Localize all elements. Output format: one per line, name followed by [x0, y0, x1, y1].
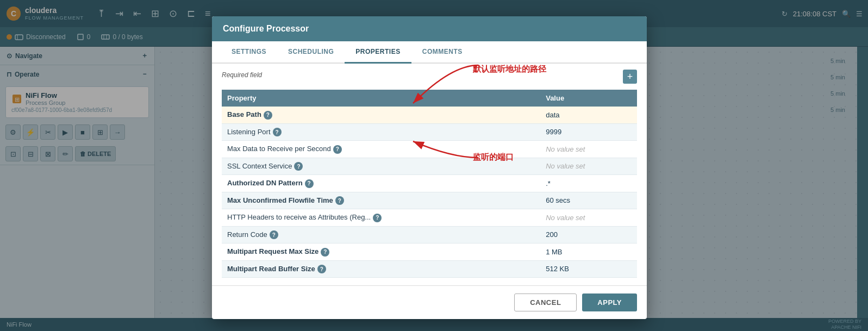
- modal-tabs: SETTINGS SCHEDULING PROPERTIES COMMENTS: [212, 41, 647, 64]
- tab-comments[interactable]: COMMENTS: [411, 41, 473, 64]
- help-icon[interactable]: ?: [317, 265, 326, 273]
- help-icon[interactable]: ?: [270, 230, 278, 239]
- property-name-cell: Listening Port?: [222, 123, 540, 141]
- tab-properties[interactable]: PROPERTIES: [345, 41, 411, 64]
- modal-body: Required field + Property Value Base Pat…: [212, 64, 647, 285]
- help-icon[interactable]: ?: [321, 248, 329, 257]
- table-row[interactable]: Listening Port?9999: [222, 123, 637, 141]
- help-icon[interactable]: ?: [335, 196, 344, 205]
- property-value-cell[interactable]: 512 KB: [540, 260, 637, 278]
- table-row[interactable]: HTTP Headers to receive as Attributes (R…: [222, 209, 637, 227]
- property-value-cell[interactable]: No value set: [540, 209, 637, 227]
- required-label: Required field: [222, 71, 262, 79]
- cancel-button[interactable]: CANCEL: [514, 293, 577, 311]
- table-row[interactable]: Multipart Request Max Size?1 MB: [222, 243, 637, 261]
- property-name-cell: Multipart Request Max Size?: [222, 243, 540, 261]
- help-icon[interactable]: ?: [305, 179, 314, 188]
- property-name-cell: HTTP Headers to receive as Attributes (R…: [222, 209, 540, 227]
- tab-scheduling[interactable]: SCHEDULING: [277, 41, 345, 64]
- col-property-header: Property: [222, 90, 540, 107]
- configure-processor-modal: Configure Processor SETTINGS SCHEDULING …: [212, 16, 647, 319]
- table-row[interactable]: Authorized DN Pattern?.*: [222, 175, 637, 192]
- property-name-cell: Authorized DN Pattern?: [222, 175, 540, 192]
- help-icon[interactable]: ?: [373, 214, 382, 222]
- table-row[interactable]: Max Unconfirmed Flowfile Time?60 secs: [222, 192, 637, 209]
- property-value-cell[interactable]: 60 secs: [540, 192, 637, 209]
- apply-label: APPLY: [597, 298, 622, 307]
- property-name-cell: Return Code?: [222, 226, 540, 243]
- property-value-cell[interactable]: 1 MB: [540, 243, 637, 261]
- modal-title: Configure Processor: [223, 24, 309, 33]
- table-row[interactable]: Return Code?200: [222, 226, 637, 243]
- col-value-header: Value: [540, 90, 637, 107]
- property-value-cell[interactable]: .*: [540, 175, 637, 192]
- property-value-cell[interactable]: data: [540, 107, 637, 123]
- properties-table: Property Value Base Path?dataListening P…: [222, 90, 637, 278]
- table-row[interactable]: SSL Context Service?No value set: [222, 158, 637, 175]
- table-row[interactable]: Base Path?data: [222, 107, 637, 123]
- table-row[interactable]: Max Data to Receive per Second?No value …: [222, 141, 637, 158]
- property-name-cell: SSL Context Service?: [222, 158, 540, 175]
- table-row[interactable]: Multipart Read Buffer Size?512 KB: [222, 260, 637, 278]
- property-name-cell: Base Path?: [222, 107, 540, 123]
- modal-footer: CANCEL APPLY: [212, 285, 647, 319]
- apply-button[interactable]: APPLY: [582, 293, 637, 311]
- tab-settings[interactable]: SETTINGS: [221, 41, 277, 64]
- property-value-cell[interactable]: No value set: [540, 141, 637, 158]
- property-value-cell[interactable]: No value set: [540, 158, 637, 175]
- add-property-button[interactable]: +: [623, 70, 637, 84]
- property-value-cell[interactable]: 200: [540, 226, 637, 243]
- table-header-row: Property Value: [222, 90, 637, 107]
- property-value-cell[interactable]: 9999: [540, 123, 637, 141]
- help-icon[interactable]: ?: [273, 128, 282, 136]
- property-name-cell: Max Data to Receive per Second?: [222, 141, 540, 158]
- modal-header: Configure Processor: [212, 16, 647, 41]
- help-icon[interactable]: ?: [333, 145, 342, 154]
- cancel-label: CANCEL: [530, 298, 561, 307]
- property-name-cell: Max Unconfirmed Flowfile Time?: [222, 192, 540, 209]
- help-icon[interactable]: ?: [294, 162, 303, 171]
- property-name-cell: Multipart Read Buffer Size?: [222, 260, 540, 278]
- help-icon[interactable]: ?: [264, 111, 272, 120]
